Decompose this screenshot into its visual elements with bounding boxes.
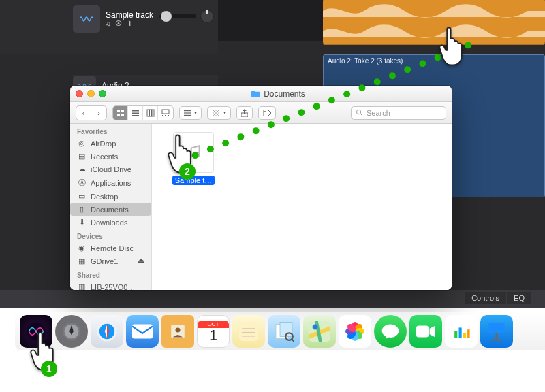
svg-rect-10 [147, 110, 149, 116]
tab-controls[interactable]: Controls [465, 292, 506, 304]
dock-app-photos[interactable] [339, 315, 371, 348]
audio-region[interactable]: Sample Track [323, 0, 545, 45]
arrange-menu[interactable]: ▾ [179, 106, 202, 120]
action-menu[interactable]: ▾ [207, 106, 231, 120]
sidebar-item-icloud[interactable]: ☁iCloud Drive [70, 163, 151, 176]
dock-app-contacts[interactable] [161, 315, 194, 348]
svg-rect-12 [152, 110, 154, 116]
svg-point-20 [215, 112, 217, 114]
sidebar-item-downloads[interactable]: ⬇Downloads [70, 216, 151, 229]
forward-button[interactable]: › [91, 106, 106, 120]
sidebar-heading: Devices [70, 229, 151, 242]
finder-titlebar[interactable]: Documents [70, 86, 452, 102]
tags-button[interactable] [258, 106, 276, 120]
finder-sidebar: Favorites ◎AirDrop ▤Recents ☁iCloud Driv… [70, 124, 152, 290]
svg-rect-49 [416, 326, 429, 338]
dock-app-maps[interactable] [303, 315, 336, 348]
dock-app-calendar[interactable]: OCT1 [197, 315, 230, 348]
svg-rect-9 [132, 115, 139, 116]
calendar-day: 1 [209, 328, 217, 343]
step-badge-1: 1 [41, 361, 57, 377]
search-icon [356, 109, 363, 116]
svg-rect-3 [117, 110, 120, 112]
share-button[interactable] [236, 106, 253, 120]
sidebar-item-recents[interactable]: ▤Recents [70, 150, 151, 163]
svg-point-22 [264, 111, 266, 112]
back-button[interactable]: ‹ [76, 106, 91, 120]
window-zoom-button[interactable] [99, 90, 106, 97]
waveform-icon [73, 5, 100, 33]
disc-icon: ◉ [77, 244, 87, 252]
window-title: Documents [251, 89, 305, 99]
svg-rect-56 [496, 333, 498, 340]
view-switcher [112, 105, 174, 120]
svg-rect-55 [488, 323, 504, 333]
track-status-icons: ♫ ⦿ ⬆ [106, 20, 153, 28]
article-background [0, 353, 545, 392]
svg-rect-52 [459, 327, 462, 338]
gallery-view-button[interactable] [158, 106, 173, 120]
finder-content[interactable]: Sample t… [152, 124, 452, 290]
downloads-icon: ⬇ [77, 218, 87, 227]
sidebar-item-remote-disc[interactable]: ◉Remote Disc [70, 242, 151, 255]
svg-rect-39 [239, 322, 258, 341]
svg-rect-5 [117, 114, 120, 116]
svg-line-24 [360, 114, 362, 116]
sidebar-item-lib[interactable]: ▥LIB-25VQ0… [70, 280, 151, 290]
svg-rect-16 [168, 115, 169, 116]
svg-rect-18 [184, 112, 191, 113]
finder-window: Documents ‹ › ▾ ▾ Search [70, 86, 452, 290]
svg-rect-36 [132, 325, 153, 339]
svg-rect-4 [121, 110, 124, 112]
sidebar-item-airdrop[interactable]: ◎AirDrop [70, 137, 151, 150]
dock-app-safari[interactable] [91, 315, 123, 348]
window-minimize-button[interactable] [87, 90, 95, 97]
sidebar-item-desktop[interactable]: ▭Desktop [70, 190, 151, 203]
svg-point-23 [356, 110, 360, 114]
network-icon: ▥ [77, 282, 87, 290]
list-view-button[interactable] [128, 106, 143, 120]
dock-area: OCT1 [0, 308, 545, 353]
sidebar-heading: Shared [70, 267, 151, 280]
sidebar-heading: Favorites [70, 124, 151, 137]
dock-app-launchpad[interactable] [55, 315, 88, 348]
file-name: Sample t… [172, 176, 215, 185]
svg-rect-19 [184, 114, 191, 115]
dock-app-numbers[interactable] [445, 315, 478, 348]
svg-rect-7 [132, 110, 139, 112]
daw-bottom-bar: Controls EQ [0, 290, 545, 308]
desktop-icon: ▭ [77, 192, 87, 201]
step-badge-2: 2 [179, 163, 196, 180]
dock-app-preview[interactable] [268, 315, 300, 348]
volume-slider[interactable] [159, 14, 196, 18]
sidebar-item-applications[interactable]: ⒶApplications [70, 176, 151, 190]
dock-app-messages[interactable] [374, 315, 407, 348]
finder-toolbar: ‹ › ▾ ▾ Search [70, 102, 452, 124]
svg-rect-15 [165, 115, 166, 116]
svg-point-38 [176, 327, 181, 332]
dock-app-siri[interactable] [20, 315, 52, 348]
icon-view-button[interactable] [113, 106, 128, 120]
cloud-icon: ☁ [77, 165, 87, 174]
dock-app-keynote[interactable] [480, 315, 513, 348]
apps-icon: Ⓐ [77, 178, 87, 188]
column-view-button[interactable] [143, 106, 158, 120]
eject-icon[interactable]: ⏏ [138, 257, 144, 265]
svg-rect-14 [162, 115, 164, 116]
dock-app-mail[interactable] [126, 315, 159, 348]
pan-knob[interactable] [200, 10, 214, 23]
dock-app-facetime[interactable] [409, 315, 442, 348]
window-close-button[interactable] [76, 90, 83, 97]
svg-rect-51 [454, 331, 457, 338]
search-input[interactable]: Search [351, 106, 446, 120]
sidebar-item-gdrive1[interactable]: ▦GDrive1⏏ [70, 255, 151, 267]
svg-rect-8 [132, 112, 139, 114]
svg-rect-6 [121, 114, 124, 116]
track-header-1[interactable]: Sample track ♫ ⦿ ⬆ [73, 0, 218, 38]
svg-point-48 [313, 325, 318, 330]
svg-rect-17 [184, 110, 191, 111]
dock-app-notes[interactable] [232, 315, 265, 348]
tab-eq[interactable]: EQ [507, 292, 531, 304]
sidebar-item-documents[interactable]: ▯Documents [70, 203, 151, 216]
svg-rect-57 [492, 340, 501, 341]
